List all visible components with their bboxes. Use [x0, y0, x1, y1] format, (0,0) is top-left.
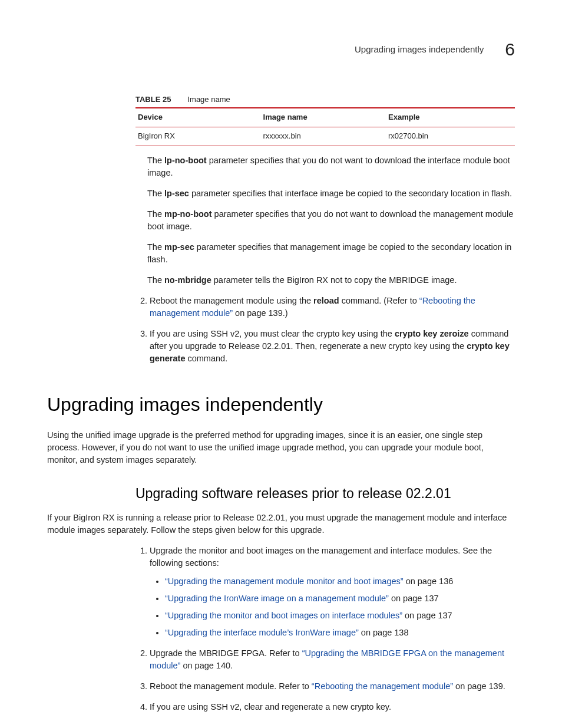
cell-image-name: rxxxxxx.bin [261, 127, 386, 146]
upgrade-step-2: Upgrade the MBRIDGE FPGA. Refer to “Upgr… [150, 647, 515, 672]
running-title: Upgrading images independently [355, 43, 484, 56]
chapter-number: 6 [505, 37, 515, 62]
upgrade-step-3: Reboot the management module. Refer to “… [150, 680, 515, 693]
link-upgrade-ironware-mgmt[interactable]: “Upgrading the IronWare image on a manag… [165, 594, 389, 603]
table-row: BigIron RX rxxxxxx.bin rx02700.bin [135, 127, 515, 146]
list-item: “Upgrading the interface module’s IronWa… [165, 627, 515, 639]
step-3: If you are using SSH v2, you must clear … [150, 328, 515, 365]
param-lp-no-boot: The lp-no-boot parameter specifies that … [147, 154, 515, 179]
subsection-heading: Upgrading software releases prior to rel… [135, 484, 515, 503]
upgrade-step-4: If you are using SSH v2, clear and regen… [150, 701, 515, 713]
param-mp-no-boot: The mp-no-boot parameter specifies that … [147, 208, 515, 233]
param-lp-sec: The lp-sec parameter specifies that inte… [147, 187, 515, 200]
running-header: Upgrading images independently 6 [47, 37, 515, 62]
param-mp-sec: The mp-sec parameter specifies that mana… [147, 241, 515, 266]
upgrade-steps: Upgrade the monitor and boot images on t… [135, 545, 515, 713]
col-device: Device [135, 108, 261, 127]
section-intro: Using the unified image upgrade is the p… [47, 429, 515, 466]
link-rebooting-mgmt-module-2[interactable]: “Rebooting the management module” [312, 681, 453, 691]
col-image-name: Image name [261, 108, 386, 127]
upgrade-step-1: Upgrade the monitor and boot images on t… [150, 545, 515, 639]
section-heading: Upgrading images independently [47, 391, 515, 418]
link-upgrade-mgmt-monitor-boot[interactable]: “Upgrading the management module monitor… [165, 577, 404, 586]
table-title: Image name [187, 95, 230, 104]
step-2: Reboot the management module using the r… [150, 295, 515, 319]
subsection-intro: If your BigIron RX is running a release … [47, 512, 515, 536]
param-no-mbridge: The no-mbridge parameter tells the BigIr… [147, 274, 515, 286]
steps-continued: Reboot the management module using the r… [135, 295, 515, 365]
image-name-table: Device Image name Example BigIron RX rxx… [135, 107, 515, 146]
link-upgrade-interface-monitor-boot[interactable]: “Upgrading the monitor and boot images o… [165, 611, 402, 620]
table-caption: TABLE 25Image name [135, 94, 515, 106]
list-item: “Upgrading the monitor and boot images o… [165, 610, 515, 622]
cell-example: rx02700.bin [386, 127, 515, 146]
list-item: “Upgrading the management module monitor… [165, 575, 515, 588]
link-upgrade-interface-ironware[interactable]: “Upgrading the interface module’s IronWa… [165, 628, 359, 637]
list-item: “Upgrading the IronWare image on a manag… [165, 592, 515, 605]
table-number: TABLE 25 [135, 95, 171, 104]
cell-device: BigIron RX [135, 127, 261, 146]
related-links-list: “Upgrading the management module monitor… [165, 575, 515, 639]
table-header-row: Device Image name Example [135, 108, 515, 127]
col-example: Example [386, 108, 515, 127]
